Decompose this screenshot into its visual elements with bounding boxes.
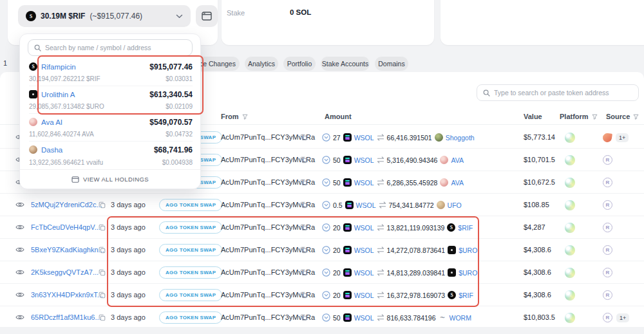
copy-icon[interactable] bbox=[300, 179, 307, 187]
platform-icon bbox=[565, 133, 575, 143]
holding-item[interactable]: Ava AI $549,070.57 11,602,846.40274 AVA … bbox=[29, 114, 193, 142]
copy-icon[interactable] bbox=[300, 314, 307, 322]
source-cell bbox=[603, 239, 612, 261]
wsol-link[interactable]: WSOL bbox=[354, 179, 374, 187]
action-badge[interactable]: AGG TOKEN SWAP bbox=[159, 199, 222, 211]
eye-icon[interactable] bbox=[15, 246, 24, 254]
action-badge[interactable]: AGG TOKEN SWAP bbox=[159, 266, 222, 279]
holding-name-link[interactable]: Ava AI bbox=[41, 118, 62, 126]
source-icon bbox=[603, 178, 612, 187]
portfolio-window-button[interactable] bbox=[196, 5, 218, 27]
copy-icon[interactable] bbox=[300, 134, 307, 142]
stake-value: 0 SOL bbox=[290, 8, 311, 16]
copy-icon[interactable] bbox=[99, 246, 106, 255]
holding-name-link[interactable]: Urolithin A bbox=[41, 91, 75, 98]
copy-icon[interactable] bbox=[99, 269, 106, 277]
wsol-link[interactable]: WSOL bbox=[354, 156, 374, 164]
token-link[interactable]: UFO bbox=[448, 201, 462, 209]
wsol-icon bbox=[343, 246, 352, 254]
action-badge[interactable]: AGG TOKEN SWAP bbox=[159, 289, 222, 301]
copy-icon[interactable] bbox=[99, 292, 106, 300]
holding-amount: 29,085,367.913482 $URO bbox=[29, 103, 104, 110]
table-row: 3n63YXH4DPxkn9xT... 3 days ago AGG TOKEN… bbox=[0, 284, 644, 306]
direction-icon bbox=[322, 291, 330, 299]
holding-name-link[interactable]: Rifampicin bbox=[41, 63, 76, 71]
chevron-down-icon bbox=[176, 14, 183, 19]
eye-icon[interactable] bbox=[15, 224, 24, 232]
action-badge[interactable]: AGG TOKEN SWAP bbox=[159, 244, 222, 256]
tab-analytics[interactable]: Analytics bbox=[245, 57, 278, 71]
tab-domains[interactable]: Domains bbox=[375, 57, 408, 71]
signature-link[interactable]: 5BxeY9ZKadKiaghkn... bbox=[31, 239, 104, 261]
copy-icon[interactable] bbox=[300, 224, 307, 232]
header-platform[interactable]: Platform bbox=[560, 113, 598, 120]
header-from[interactable]: From bbox=[221, 113, 248, 120]
token-link[interactable]: AVA bbox=[451, 179, 463, 187]
tab-portfolio[interactable]: Portfolio bbox=[283, 57, 316, 71]
token-link[interactable]: $URO bbox=[459, 246, 477, 254]
amount-cell: 27 WSOL 66,416.391501 Shoggoth bbox=[322, 126, 475, 149]
wsol-link[interactable]: WSOL bbox=[356, 201, 376, 209]
token-link[interactable]: AVA bbox=[451, 156, 463, 164]
signature-link[interactable]: 2K5kseggvQVTzA7... bbox=[31, 261, 99, 284]
amount-cell: 20 WSOL 14,813,289.039841 $URO bbox=[322, 261, 477, 284]
value-cell: $4,308.6 bbox=[524, 239, 551, 261]
eye-icon[interactable] bbox=[15, 314, 24, 322]
swap-icon bbox=[379, 201, 386, 209]
action-badge[interactable]: AGG TOKEN SWAP bbox=[159, 221, 222, 234]
copy-icon[interactable] bbox=[300, 201, 307, 210]
token-link[interactable]: WORM bbox=[450, 314, 471, 322]
signature-link[interactable]: FcTbCeuDVeH4qpV... bbox=[31, 216, 100, 239]
copy-icon[interactable] bbox=[99, 224, 106, 232]
table-row: 5BxeY9ZKadKiaghkn... 3 days ago AGG TOKE… bbox=[0, 239, 644, 261]
wsol-link[interactable]: WSOL bbox=[354, 292, 374, 299]
wsol-link[interactable]: WSOL bbox=[354, 134, 374, 142]
token-icon bbox=[448, 291, 456, 299]
signature-link[interactable]: 3n63YXH4DPxkn9xT... bbox=[31, 284, 103, 306]
eye-icon[interactable] bbox=[15, 269, 24, 277]
token-link[interactable]: $RIF bbox=[458, 224, 473, 232]
holdings-search-box[interactable] bbox=[28, 39, 193, 56]
header-source[interactable]: Source bbox=[606, 113, 639, 120]
holding-amount: 13,922,365.964621 vvaifu bbox=[29, 159, 103, 166]
table-row: 5zMQuj2YdreniCd2c... 3 days ago AGG TOKE… bbox=[0, 194, 644, 216]
copy-icon[interactable] bbox=[300, 269, 307, 277]
token-link[interactable]: $URO bbox=[459, 269, 477, 277]
wsol-link[interactable]: WSOL bbox=[354, 314, 374, 322]
signature-link[interactable]: 65RDczff1af3M1ku6... bbox=[31, 306, 101, 327]
holding-item[interactable]: Urolithin A $613,340.54 29,085,367.91348… bbox=[29, 86, 193, 114]
wsol-link[interactable]: WSOL bbox=[354, 269, 374, 277]
amount-cell: 50 WSOL 6,286,355.45928 AVA bbox=[322, 171, 464, 194]
tab-stake-accounts[interactable]: Stake Accounts bbox=[321, 57, 370, 71]
source-cell: 1+ bbox=[603, 126, 629, 149]
token-link[interactable]: Shoggoth bbox=[446, 134, 475, 142]
holding-name-link[interactable]: Dasha bbox=[41, 146, 62, 154]
copy-icon[interactable] bbox=[300, 246, 307, 255]
copy-icon[interactable] bbox=[300, 292, 307, 300]
wsol-icon bbox=[343, 268, 352, 277]
token-selector-trigger[interactable]: 30.19M $RIF (~$915,077.46) bbox=[18, 5, 191, 27]
holding-item[interactable]: Rifampicin $915,077.46 30,194,097.262212… bbox=[29, 59, 193, 86]
signature-link[interactable]: 5zMQuj2YdreniCd2c... bbox=[31, 194, 102, 216]
copy-icon[interactable] bbox=[99, 314, 106, 322]
token-search-box[interactable] bbox=[477, 84, 639, 101]
eye-icon[interactable] bbox=[15, 201, 24, 209]
token-icon bbox=[448, 268, 456, 277]
source-icon bbox=[602, 133, 612, 143]
copy-icon[interactable] bbox=[99, 201, 106, 210]
header-amount: Amount bbox=[325, 113, 352, 120]
holdings-search-input[interactable] bbox=[45, 44, 186, 51]
wsol-link[interactable]: WSOL bbox=[354, 246, 374, 254]
wsol-link[interactable]: WSOL bbox=[354, 224, 374, 232]
platform-icon bbox=[565, 313, 575, 323]
action-badge[interactable]: AGG TOKEN SWAP bbox=[159, 311, 222, 324]
source-cell bbox=[603, 216, 612, 239]
view-all-holdings-button[interactable]: VIEW ALL HOLDINGS bbox=[20, 169, 200, 189]
row-age: 3 days ago bbox=[111, 261, 146, 284]
token-icon bbox=[439, 313, 447, 322]
holding-item[interactable]: Dasha $68,741.96 13,922,365.964621 vvaif… bbox=[29, 142, 193, 169]
token-link[interactable]: $RIF bbox=[459, 292, 473, 299]
eye-icon[interactable] bbox=[15, 292, 24, 299]
token-search-input[interactable] bbox=[494, 89, 632, 97]
copy-icon[interactable] bbox=[300, 156, 307, 165]
